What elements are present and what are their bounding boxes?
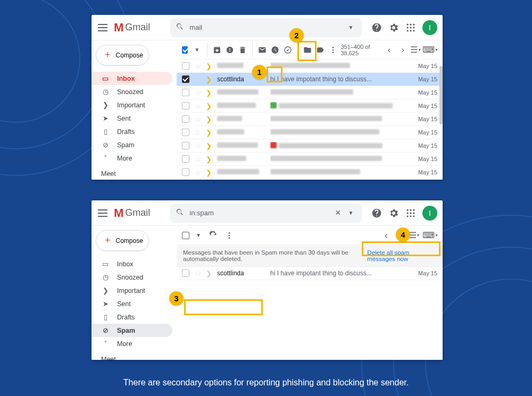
mail-row[interactable]: ☆❯May 15 — [177, 99, 443, 113]
mail-row[interactable]: ☆❯May 15 — [177, 60, 443, 73]
row-checkbox[interactable] — [182, 102, 189, 109]
sidebar-item-sent[interactable]: ➤Sent — [92, 297, 172, 310]
sidebar-item-snoozed[interactable]: ◷Snoozed — [92, 271, 172, 284]
compose-button[interactable]: +Compose — [96, 45, 149, 65]
sidebar-item-inbox[interactable]: ▭Inbox — [92, 257, 172, 271]
next-page-icon[interactable]: › — [397, 45, 408, 55]
important-icon[interactable]: ❯ — [206, 155, 212, 163]
input-tools-icon[interactable]: ⌨▼ — [423, 43, 437, 57]
star-icon[interactable]: ☆ — [195, 62, 202, 70]
plus-icon: + — [105, 235, 111, 246]
sidebar-item-spam[interactable]: ⊘Spam — [92, 138, 172, 151]
row-checkbox[interactable] — [182, 89, 189, 96]
labels-icon[interactable] — [315, 43, 326, 57]
mail-row[interactable]: ☆❯May 15 — [177, 126, 443, 139]
svg-point-18 — [332, 52, 334, 53]
compose-button[interactable]: +Compose — [96, 230, 149, 251]
important-icon[interactable]: ❯ — [206, 142, 212, 150]
star-icon[interactable]: ☆ — [195, 269, 202, 277]
mail-row[interactable]: ☆❯May 15 — [177, 166, 443, 179]
svg-point-19 — [407, 209, 409, 210]
important-icon[interactable]: ❯ — [206, 102, 212, 110]
svg-point-20 — [410, 209, 411, 210]
mail-row[interactable]: ☆❯May 15 — [177, 153, 443, 166]
star-icon[interactable]: ☆ — [195, 102, 202, 110]
search-input[interactable] — [189, 209, 331, 217]
avatar[interactable]: I — [422, 206, 437, 221]
mail-row[interactable]: ☆❯May 15 — [177, 86, 443, 99]
move-to-icon[interactable] — [302, 43, 313, 57]
mail-row[interactable]: ☆❯scottlindahi I have impotant thing to … — [177, 267, 443, 280]
mail-row[interactable]: ☆❯May 15 — [177, 113, 443, 126]
star-icon[interactable]: ☆ — [195, 128, 202, 137]
star-icon[interactable]: ☆ — [195, 155, 202, 163]
report-spam-icon[interactable] — [225, 43, 235, 57]
clear-search-icon[interactable]: × — [331, 207, 345, 218]
refresh-icon[interactable] — [206, 229, 220, 242]
settings-icon[interactable] — [388, 208, 399, 218]
sidebar-item-snoozed[interactable]: ◷Snoozed — [92, 85, 172, 98]
search-bar[interactable]: ▼ — [170, 18, 362, 37]
row-checkbox[interactable] — [182, 115, 189, 123]
sidebar-item-more[interactable]: ˅More — [92, 151, 172, 165]
input-tools-icon[interactable]: ⌨▼ — [423, 229, 437, 242]
important-icon[interactable]: ❯ — [206, 269, 212, 277]
row-checkbox[interactable] — [182, 142, 189, 149]
important-icon[interactable]: ❯ — [206, 89, 212, 97]
row-checkbox[interactable] — [182, 269, 189, 277]
subject — [270, 155, 414, 163]
add-task-icon[interactable] — [282, 43, 293, 57]
sidebar-item-sent[interactable]: ➤Sent — [92, 112, 172, 125]
help-icon[interactable] — [371, 22, 382, 33]
apps-icon[interactable] — [405, 208, 416, 218]
search-input[interactable] — [189, 23, 345, 31]
menu-icon[interactable] — [98, 24, 109, 31]
help-icon[interactable] — [371, 208, 382, 218]
sidebar-item-more[interactable]: ˅More — [92, 337, 172, 350]
delete-all-spam-link[interactable]: Delete all spam messages now — [367, 249, 436, 262]
row-checkbox[interactable] — [182, 62, 189, 70]
settings-icon[interactable] — [388, 22, 399, 33]
search-options-icon[interactable]: ▼ — [345, 24, 356, 30]
row-checkbox[interactable] — [182, 168, 189, 176]
row-checkbox[interactable] — [182, 75, 189, 83]
mail-row[interactable]: ☆❯May 15 — [177, 139, 443, 153]
snooze-icon[interactable] — [270, 43, 280, 57]
sidebar-item-spam[interactable]: ⊘Spam — [92, 324, 172, 337]
prev-page-icon[interactable]: ‹ — [381, 230, 392, 241]
sidebar-item-drafts[interactable]: ▯Drafts — [92, 310, 172, 324]
star-icon[interactable]: ☆ — [195, 141, 202, 150]
star-icon[interactable]: ☆ — [195, 168, 202, 176]
archive-icon[interactable] — [212, 43, 222, 57]
star-icon[interactable]: ☆ — [195, 75, 202, 83]
menu-icon[interactable] — [98, 209, 109, 217]
avatar[interactable]: I — [422, 20, 437, 35]
sidebar-item-important[interactable]: ❯Important — [92, 284, 172, 297]
sidebar-item-important[interactable]: ❯Important — [92, 98, 172, 112]
delete-icon[interactable] — [237, 43, 248, 57]
important-icon[interactable]: ❯ — [206, 115, 212, 123]
more-icon[interactable] — [222, 229, 236, 242]
important-icon[interactable]: ❯ — [206, 168, 212, 176]
sidebar-item-inbox[interactable]: ▭Inbox — [92, 72, 172, 85]
subject — [270, 115, 414, 123]
star-icon[interactable]: ☆ — [195, 88, 202, 97]
select-all-checkbox[interactable] — [182, 46, 188, 54]
apps-icon[interactable] — [405, 22, 416, 33]
important-icon[interactable]: ❯ — [206, 75, 212, 83]
important-icon[interactable]: ❯ — [206, 129, 212, 137]
scrollbar[interactable] — [439, 66, 443, 124]
row-checkbox[interactable] — [182, 129, 189, 136]
search-options-icon[interactable]: ▼ — [345, 210, 356, 216]
mark-unread-icon[interactable] — [257, 43, 268, 57]
more-icon[interactable] — [328, 43, 338, 57]
prev-page-icon[interactable]: ‹ — [384, 45, 394, 55]
star-icon[interactable]: ☆ — [195, 115, 202, 123]
select-all-checkbox[interactable] — [182, 232, 189, 239]
row-checkbox[interactable] — [182, 155, 189, 163]
mail-row[interactable]: ☆❯scottlindahi I have impotant thing to … — [177, 73, 443, 86]
search-bar[interactable]: × ▼ — [170, 204, 362, 223]
sidebar-item-drafts[interactable]: ▯Drafts — [92, 125, 172, 138]
split-pane-icon[interactable]: ☰▼ — [410, 43, 421, 57]
important-icon[interactable]: ❯ — [206, 62, 212, 70]
